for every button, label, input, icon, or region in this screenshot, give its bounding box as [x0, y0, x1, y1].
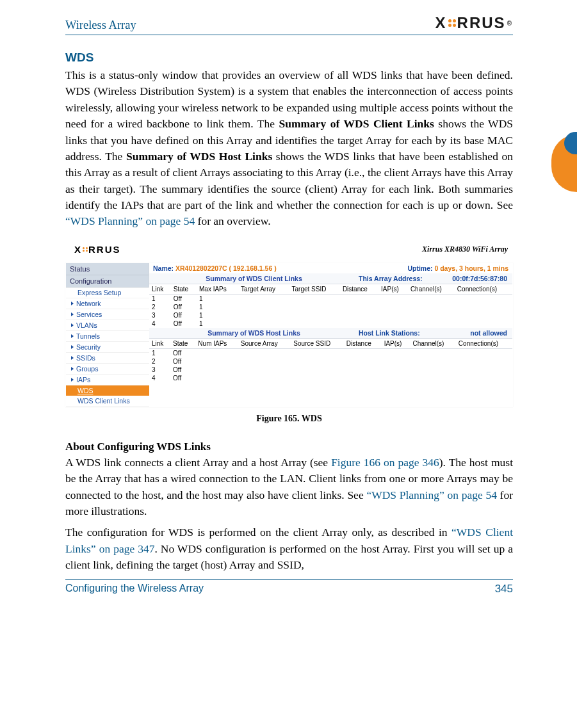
screenshot-content: Name: XR4012802207C ( 192.168.1.56 ) Upt… [149, 263, 512, 407]
cell: Off [170, 374, 195, 382]
nav-vlans[interactable]: VLANs [66, 320, 149, 331]
cell: 2 [149, 303, 171, 311]
client-section-title: Summary of WDS Client Links [149, 275, 359, 282]
nav-services[interactable]: Services [66, 309, 149, 320]
col-channels: Channel(s) [408, 284, 455, 294]
col-source-array: Source Array [238, 338, 291, 348]
table-row: 1Off [149, 348, 512, 357]
nav-label: Services [76, 311, 102, 318]
caret-icon [71, 302, 74, 305]
nav-groups[interactable]: Groups [66, 364, 149, 375]
cell: 1 [197, 311, 238, 320]
footer-bar: Configuring the Wireless Array 345 [65, 579, 513, 595]
table-row: 4Off1 [149, 320, 512, 328]
cell: 1 [197, 303, 238, 311]
host-section-title: Summary of WDS Host Links [149, 329, 359, 337]
nav-head-config[interactable]: Configuration [66, 275, 149, 287]
nav-security[interactable]: Security [66, 342, 149, 353]
screenshot-logo: X RRUS [70, 240, 121, 259]
nav-label: Groups [76, 365, 98, 373]
logo-dots-icon [448, 19, 456, 27]
col-distance: Distance [340, 284, 378, 294]
col-state: State [171, 284, 197, 294]
client-section-band: Summary of WDS Client Links This Array A… [149, 273, 512, 284]
col-connections: Connection(s) [456, 338, 512, 348]
nav-label: Security [76, 343, 101, 351]
name-value: XR4012802207C ( 192.168.1.56 ) [175, 264, 277, 272]
nav-iaps[interactable]: IAPs [66, 375, 149, 385]
col-state: State [170, 338, 195, 348]
col-source-ssid: Source SSID [291, 338, 344, 348]
cell: 1 [197, 320, 238, 328]
cell: Off [170, 357, 195, 366]
product-title: Xirrus XR4830 WiFi Array [422, 245, 508, 254]
cell: 1 [197, 294, 238, 303]
footer-left: Configuring the Wireless Array [65, 583, 204, 595]
client-table: Link State Max IAPs Target Array Target … [149, 284, 512, 328]
cell: 1 [149, 348, 170, 357]
nav-label: Express Setup [77, 289, 121, 296]
page-number: 345 [495, 583, 513, 595]
cell: Off [171, 303, 197, 311]
table-row: 2Off [149, 357, 512, 366]
host-right-label: Host Link Stations: [359, 329, 420, 337]
logo-text: X RRUS® [435, 14, 513, 32]
cell: Off [171, 320, 197, 328]
caret-icon [71, 345, 74, 349]
xref-wds-planning-54-a[interactable]: “WDS Planning” on page 54 [65, 214, 195, 227]
caret-icon [71, 378, 74, 382]
caret-icon [71, 334, 74, 338]
para1-bold1: Summary of WDS Client Links [279, 117, 434, 130]
col-iaps: IAP(s) [378, 284, 408, 294]
cell: Off [171, 294, 197, 303]
nav-ssids[interactable]: SSIDs [66, 353, 149, 364]
col-channels: Channel(s) [410, 338, 455, 348]
cell: 1 [149, 294, 171, 303]
col-num-iaps: Num IAPs [195, 338, 238, 348]
cell: 4 [149, 374, 170, 382]
paragraph-1: This is a status-only window that provid… [65, 67, 513, 230]
host-section-band: Summary of WDS Host Links Host Link Stat… [149, 328, 512, 338]
screenshot-body: Status Configuration Express Setup Netwo… [65, 263, 513, 407]
cell: 2 [149, 357, 170, 366]
nav-label: VLANs [76, 321, 97, 329]
caret-icon [71, 367, 74, 371]
host-table: Link State Num IAPs Source Array Source … [149, 338, 512, 382]
nav-tunnels[interactable]: Tunnels [66, 331, 149, 342]
caret-icon [71, 312, 74, 316]
nav-wds-active[interactable]: WDS [66, 385, 149, 396]
para2-a: A WDS link connects a client Array and a… [65, 456, 331, 469]
info-row: Name: XR4012802207C ( 192.168.1.56 ) Upt… [149, 263, 512, 273]
nav-label: Tunnels [76, 332, 100, 340]
paragraph-2: A WDS link connects a client Array and a… [65, 455, 513, 520]
table-row: 3Off [149, 366, 512, 374]
col-link: Link [149, 284, 171, 294]
nav-head-status[interactable]: Status [66, 263, 149, 275]
para3-a: The configuration for WDS is performed o… [65, 526, 451, 538]
nav-label: Network [76, 300, 101, 307]
section-heading: WDS [65, 51, 513, 65]
cell: 3 [149, 311, 171, 320]
array-addr-value: 00:0f:7d:56:87:80 [452, 275, 507, 282]
nav-wds-client-links[interactable]: WDS Client Links [66, 396, 149, 407]
cell: 4 [149, 320, 171, 328]
paragraph-3: The configuration for WDS is performed o… [65, 524, 513, 573]
col-connections: Connection(s) [455, 284, 512, 294]
col-link: Link [149, 338, 170, 348]
nav-express-setup[interactable]: Express Setup [66, 287, 149, 298]
xref-figure-166[interactable]: Figure 166 on page 346 [331, 456, 439, 469]
cell: Off [170, 366, 195, 374]
uptime-label: Uptime: [407, 264, 432, 272]
col-distance: Distance [344, 338, 382, 348]
figure-165: X RRUS Xirrus XR4830 WiFi Array Status C… [65, 238, 513, 424]
cell: 3 [149, 366, 170, 374]
xref-wds-planning-54-b[interactable]: “WDS Planning” on page 54 [366, 489, 497, 501]
header-title: Wireless Array [65, 19, 136, 32]
table-row: 3Off1 [149, 311, 512, 320]
name-label: Name: [153, 264, 174, 272]
nav-label: IAPs [76, 376, 90, 384]
table-row: 1Off1 [149, 294, 512, 303]
cell: Off [170, 348, 195, 357]
nav-network[interactable]: Network [66, 298, 149, 309]
cell: Off [171, 311, 197, 320]
